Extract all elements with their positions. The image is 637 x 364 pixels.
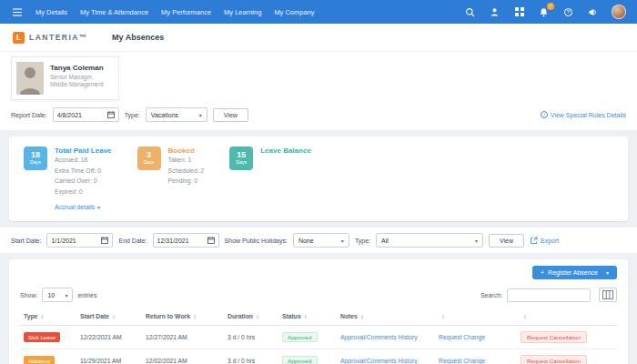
search-input[interactable] [507,288,591,302]
request-cancellation-button[interactable]: Request Cancellation [521,331,587,343]
sort-icon[interactable]: ▲▼ [256,314,259,320]
accrual-details-link[interactable]: Accrual details ▼ [55,204,101,210]
chevron-down-icon: ▾ [341,238,344,244]
sort-icon[interactable]: ▲▼ [441,314,445,320]
status-badge: Approved [282,332,318,342]
status-badge: Approved [282,356,318,364]
employee-report-panel: Tanya Coleman Senior Manager, Middle Man… [0,51,637,130]
notification-badge: 7 [547,3,554,10]
nav-my-time-attendance[interactable]: My Time & Attendance [80,8,148,16]
brand-name: LANTERIA™ [29,33,88,42]
notifications-bell-icon[interactable]: 7 [538,6,550,18]
nav-my-learning[interactable]: My Learning [224,8,261,16]
public-holidays-select[interactable]: None ▾ [293,233,349,248]
start-date-cell: 12/22/2021 AM [76,325,142,349]
col-notes[interactable]: Notes▲▼ [337,308,435,325]
booked-block: 3 Days Booked Taken: 1 Scheduled: 2 Pend… [137,147,205,213]
paid-leave-days-badge: 18 Days [24,147,47,170]
calendar-icon[interactable] [107,111,115,118]
special-rules-link[interactable]: i View Special Rules Details [541,111,626,118]
search-label: Search: [480,292,502,298]
sort-icon[interactable]: ▲▼ [523,314,527,320]
register-row: + Register Absence ▾ [20,266,617,279]
table-row: Sick Leave 12/22/2021 AM 12/27/2021 AM 3… [20,325,617,349]
plus-icon: + [541,269,544,276]
table-controls: Show: 10 ▾ entries Search: [20,288,617,302]
paid-leave-details: Accrued: 18 Extra Time Off: 0 Carried Ov… [55,156,112,197]
total-paid-leave-block: 18 Days Total Paid Leave Accrued: 18 Ext… [24,147,112,213]
sort-icon[interactable]: ▲▼ [112,314,116,320]
col-status[interactable]: Status▲▼ [278,308,337,325]
page-header: L LANTERIA™ My Absences [0,24,637,51]
start-date-label: Start Date: [11,238,41,244]
col-request-change[interactable]: ▲▼ [435,308,517,325]
nav-my-details[interactable]: My Details [35,8,67,16]
report-date-field [53,107,119,122]
absences-card: + Register Absence ▾ Show: 10 ▾ entries … [9,259,628,364]
user-avatar[interactable] [612,5,626,19]
booked-details: Taken: 1 Scheduled: 2 Pending: 0 [168,156,205,187]
columns-icon [602,290,613,299]
help-icon[interactable]: ? [562,6,574,18]
report-date-input[interactable] [57,112,105,118]
sort-icon[interactable]: ▲▼ [360,314,364,320]
balance-title: Leave Balance [260,147,311,155]
absence-type-badge[interactable]: Absence [24,356,55,364]
filter-type-select[interactable]: All ▾ [376,233,483,248]
sort-icon[interactable]: ▲▼ [193,314,197,320]
report-date-label: Report Date: [11,112,47,118]
calendar-icon[interactable] [207,237,215,244]
col-start-date[interactable]: Start Date▲▼ [76,308,142,325]
request-change-link[interactable]: Request Change [439,358,485,364]
absence-type-badge[interactable]: Sick Leave [24,332,60,342]
approval-history-link[interactable]: Approval/Comments History [340,358,418,364]
info-icon: i [541,111,548,118]
duration-cell: 3 d / 0 hrs [224,349,278,364]
lanteria-logo[interactable]: L LANTERIA™ [13,32,88,44]
request-change-link[interactable]: Request Change [439,334,485,340]
filter-view-button[interactable]: View [489,234,524,248]
column-chooser-button[interactable] [599,288,617,302]
paid-leave-title: Total Paid Leave [55,147,112,155]
nav-my-performance[interactable]: My Performance [161,8,211,16]
chevron-down-icon: ▾ [65,292,67,298]
nav-my-company[interactable]: My Company [274,8,314,16]
top-navigation: My Details My Time & Attendance My Perfo… [0,0,637,24]
col-duration[interactable]: Duration▲▼ [224,308,278,325]
export-icon [530,237,538,245]
start-date-field [46,233,113,248]
filter-type-label: Type: [355,238,370,244]
approval-history-link[interactable]: Approval/Comments History [340,334,418,340]
export-link[interactable]: Export [530,237,559,245]
table-header-row: Type▲▼ Start Date▲▼ Return to Work▲▼ Dur… [20,308,617,325]
employee-card: Tanya Coleman Senior Manager, Middle Man… [11,56,119,100]
page-title: My Absences [112,33,164,42]
employee-role: Senior Manager, Middle Management [50,74,104,88]
end-date-input[interactable] [157,238,205,244]
search-icon[interactable] [464,6,476,18]
sort-icon[interactable]: ▲▼ [40,314,44,320]
public-holidays-label: Show Public Holidays: [225,238,288,244]
report-type-select[interactable]: Vacations ▾ [146,107,207,122]
page-size-select[interactable]: 10 ▾ [42,288,73,302]
apps-icon[interactable] [513,6,525,18]
start-date-input[interactable] [51,238,98,244]
employees-icon[interactable] [489,6,500,18]
sort-icon[interactable]: ▲▼ [304,314,308,320]
booked-days-badge: 3 Days [137,147,161,170]
calendar-icon[interactable] [101,237,108,244]
employee-name: Tanya Coleman [50,64,104,72]
menu-icon[interactable] [11,6,23,18]
report-view-button[interactable]: View [213,108,248,122]
chevron-down-icon: ▾ [475,238,478,244]
start-date-cell: 11/29/2021 AM [76,349,142,364]
announcements-icon[interactable] [587,6,599,18]
register-absence-button[interactable]: + Register Absence ▾ [532,266,617,279]
request-cancellation-button[interactable]: Request Cancellation [521,355,587,364]
col-return-to-work[interactable]: Return to Work▲▼ [142,308,224,325]
filter-bar: Start Date: End Date: Show Public Holida… [0,228,637,253]
chevron-down-icon: ▼ [96,205,101,210]
balance-days-badge: 15 Days [229,147,253,170]
col-request-cancellation[interactable]: ▲▼ [517,308,617,325]
col-type[interactable]: Type▲▼ [20,308,76,325]
